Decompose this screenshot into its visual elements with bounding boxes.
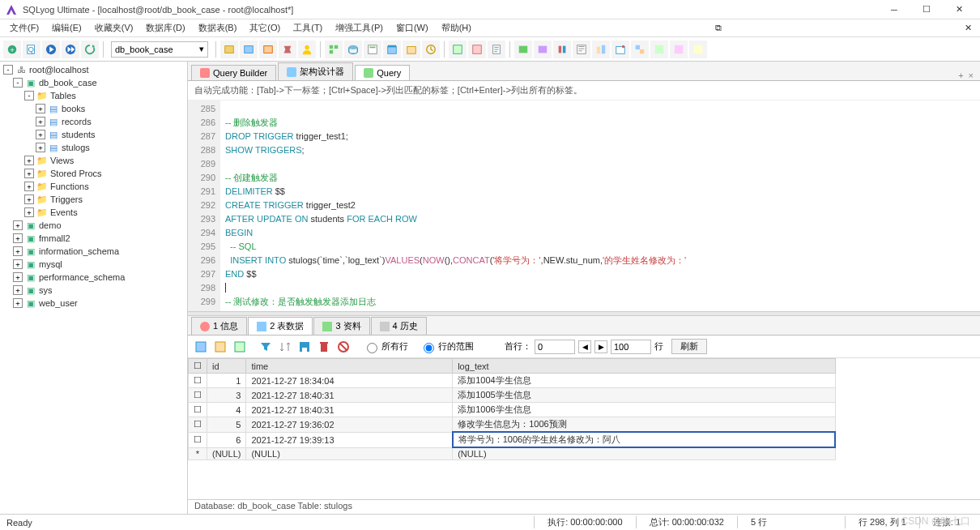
- window-close-button[interactable]: ✕: [943, 2, 975, 18]
- sql-editor[interactable]: 2852862872882892902912922932942952962972…: [188, 100, 980, 311]
- grid-header-id[interactable]: id: [207, 359, 246, 374]
- database-node[interactable]: +▣fmmall2: [2, 232, 185, 245]
- tool-btn-4[interactable]: [279, 41, 296, 58]
- radio-all-rows[interactable]: [367, 343, 377, 353]
- tool-btn-21[interactable]: [650, 41, 668, 58]
- tool-btn-2[interactable]: [240, 41, 258, 58]
- tool-btn-13[interactable]: [488, 41, 505, 58]
- menu-favorites[interactable]: 收藏夹(V): [88, 20, 140, 36]
- table-row[interactable]: ☐42021-12-27 18:40:31添加1006学生信息: [189, 403, 836, 417]
- menu-window[interactable]: 窗口(W): [390, 20, 435, 36]
- object-browser[interactable]: -🖧root@localhost -▣db_book_case -📁Tables…: [0, 62, 188, 514]
- tool-btn-15[interactable]: [534, 41, 552, 58]
- data-grid[interactable]: ☐ id time log_text ☐12021-12-27 18:34:04…: [188, 358, 980, 499]
- delete-button[interactable]: [316, 339, 332, 355]
- tool-btn-22[interactable]: [670, 41, 688, 58]
- menu-file[interactable]: 文件(F): [3, 20, 45, 36]
- tab-history[interactable]: 4 历史: [371, 317, 427, 335]
- functions-folder[interactable]: +📁Functions: [2, 180, 185, 193]
- execute-all-button[interactable]: [62, 41, 79, 58]
- menu-powertools[interactable]: 增强工具(P): [329, 20, 390, 36]
- save-button[interactable]: [296, 339, 313, 355]
- filter-button[interactable]: [258, 339, 274, 355]
- tool-btn-23[interactable]: [689, 41, 707, 58]
- prev-page-button[interactable]: ◀: [578, 340, 591, 353]
- database-selector[interactable]: db_book_case ▾: [111, 41, 208, 58]
- database-node[interactable]: +▣demo: [2, 219, 185, 232]
- tool-btn-6[interactable]: [344, 41, 362, 58]
- tab-table-data[interactable]: 2 表数据: [248, 317, 313, 335]
- procs-folder[interactable]: +📁Stored Procs: [2, 167, 185, 180]
- grid-header-logtext[interactable]: log_text: [453, 359, 835, 374]
- menu-tools[interactable]: 工具(T): [287, 20, 329, 36]
- table-row[interactable]: ☐62021-12-27 19:39:13将学号为：1006的学生姓名修改为：阿…: [189, 432, 836, 447]
- grid-tool-1[interactable]: [193, 339, 209, 355]
- grid-tool-3[interactable]: [232, 339, 248, 355]
- tab-query-builder[interactable]: Query Builder: [191, 65, 276, 80]
- menu-help[interactable]: 帮助(H): [435, 20, 478, 36]
- grid-header-time[interactable]: time: [246, 359, 453, 374]
- mdi-close-button[interactable]: ✕: [960, 23, 977, 33]
- user-button[interactable]: [298, 41, 316, 58]
- tool-btn-8[interactable]: [383, 41, 401, 58]
- next-page-button[interactable]: ▶: [594, 340, 607, 353]
- tab-info[interactable]: 1 信息: [191, 317, 247, 335]
- tab-schema-designer[interactable]: 架构设计器: [278, 62, 353, 80]
- refresh-button[interactable]: [81, 41, 99, 58]
- tool-btn-14[interactable]: [514, 41, 532, 58]
- tool-btn-9[interactable]: [403, 41, 420, 58]
- tool-btn-18[interactable]: [592, 41, 610, 58]
- first-row-input[interactable]: [535, 340, 575, 354]
- table-row[interactable]: ☐12021-12-27 18:34:04添加1004学生信息: [189, 374, 836, 388]
- tool-btn-7[interactable]: [364, 41, 381, 58]
- menu-edit[interactable]: 编辑(E): [45, 20, 88, 36]
- tool-btn-19[interactable]: [611, 41, 629, 58]
- triggers-folder[interactable]: +📁Triggers: [2, 193, 185, 206]
- tool-btn-11[interactable]: [449, 41, 467, 58]
- table-row-null[interactable]: *(NULL)(NULL)(NULL): [189, 447, 836, 460]
- tool-btn-3[interactable]: [259, 41, 277, 58]
- tab-add-button[interactable]: +: [958, 71, 963, 80]
- tool-btn-16[interactable]: [553, 41, 571, 58]
- tab-close-button[interactable]: ×: [969, 71, 974, 80]
- limit-input[interactable]: [611, 340, 651, 354]
- mdi-restore-button[interactable]: ⧉: [710, 23, 726, 33]
- new-connection-button[interactable]: +: [3, 41, 21, 58]
- window-minimize-button[interactable]: ─: [878, 2, 910, 18]
- sort-button[interactable]: [277, 339, 293, 355]
- database-node[interactable]: +▣performance_schema: [2, 271, 185, 284]
- tool-btn-17[interactable]: [573, 41, 590, 58]
- tool-btn-1[interactable]: [220, 41, 238, 58]
- execute-button[interactable]: [42, 41, 60, 58]
- grid-header-checkbox[interactable]: ☐: [189, 359, 207, 374]
- code-area[interactable]: -- 删除触发器DROP TRIGGER trigger_test1;SHOW …: [220, 100, 980, 311]
- table-row[interactable]: ☐52021-12-27 19:36:02修改学生信息为：1006预测: [189, 417, 836, 433]
- database-node[interactable]: +▣web_user: [2, 297, 185, 310]
- new-query-button[interactable]: Q: [23, 41, 40, 58]
- server-node[interactable]: -🖧root@localhost: [2, 63, 185, 76]
- tab-query[interactable]: Query: [355, 65, 410, 80]
- tool-btn-20[interactable]: [631, 41, 649, 58]
- database-node[interactable]: +▣information_schema: [2, 245, 185, 258]
- database-node[interactable]: +▣mysql: [2, 258, 185, 271]
- table-row[interactable]: ☐32021-12-27 18:40:31添加1005学生信息: [189, 388, 836, 403]
- grid-tool-2[interactable]: [212, 339, 228, 355]
- tool-btn-5[interactable]: [325, 41, 343, 58]
- cancel-button[interactable]: [335, 339, 352, 355]
- database-node[interactable]: +▣sys: [2, 284, 185, 297]
- tables-folder[interactable]: -📁Tables: [2, 89, 185, 102]
- menu-table[interactable]: 数据表(B): [192, 20, 244, 36]
- radio-row-range[interactable]: [424, 343, 434, 353]
- menu-database[interactable]: 数据库(D): [139, 20, 191, 36]
- tab-profile[interactable]: 3 资料: [313, 317, 369, 335]
- views-folder[interactable]: +📁Views: [2, 154, 185, 167]
- refresh-button[interactable]: 刷新: [671, 339, 707, 354]
- table-node[interactable]: +▤students: [2, 128, 185, 141]
- menu-other[interactable]: 其它(O): [243, 20, 287, 36]
- table-node[interactable]: +▤records: [2, 115, 185, 128]
- events-folder[interactable]: +📁Events: [2, 206, 185, 219]
- table-node[interactable]: +▤books: [2, 102, 185, 115]
- window-maximize-button[interactable]: ☐: [910, 2, 943, 18]
- database-node[interactable]: -▣db_book_case: [2, 76, 185, 89]
- table-node[interactable]: +▤stulogs: [2, 141, 185, 154]
